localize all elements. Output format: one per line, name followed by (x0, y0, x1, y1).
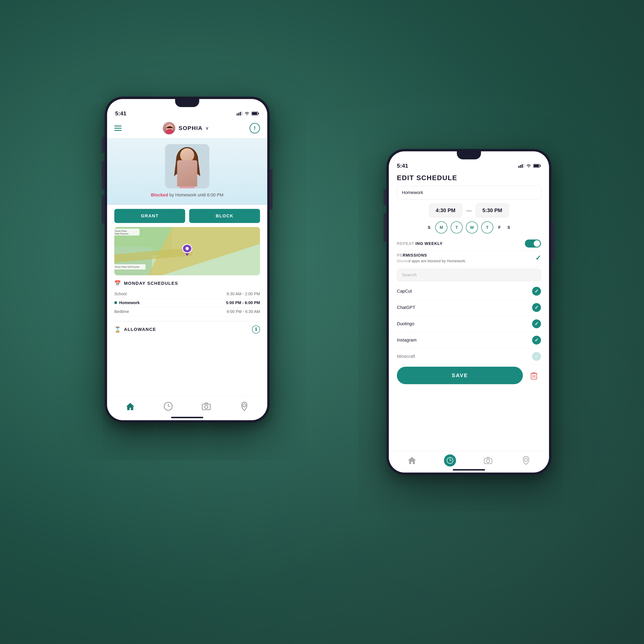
nav-location-phone2[interactable] (520, 454, 532, 466)
home-icon-phone1 (125, 401, 135, 411)
day-w[interactable]: W (466, 221, 478, 233)
avatar-svg (163, 122, 176, 135)
day-t2[interactable]: T (481, 221, 493, 233)
time-range-row: 4:30 PM — 5:30 PM (397, 203, 541, 217)
user-selector[interactable]: SOPHIA ∨ (162, 122, 208, 135)
permissions-label: PERMISSIONS (397, 253, 466, 258)
recurring-prefix: REPEAT (397, 241, 414, 246)
phone1: 5:41 (105, 97, 270, 423)
nav-home-phone1[interactable] (125, 401, 135, 411)
map-pin (182, 244, 192, 256)
start-time[interactable]: 4:30 PM (429, 203, 462, 217)
svg-point-12 (179, 154, 195, 172)
alert-button[interactable]: ! (250, 123, 260, 133)
svg-rect-35 (522, 164, 523, 168)
app-header-phone1: SOPHIA ∨ ! (107, 118, 267, 138)
nav-camera-phone2[interactable] (482, 454, 494, 466)
time-phone2: 5:41 (397, 163, 408, 169)
end-time[interactable]: 5:30 PM (476, 203, 509, 217)
day-f[interactable]: F (496, 225, 503, 230)
app-check-duolingo[interactable]: ✓ (532, 319, 541, 328)
app-row-capcut[interactable]: CapCut ✓ (389, 283, 549, 299)
block-button[interactable]: BLOCK (189, 209, 260, 223)
status-icons-phone2 (518, 164, 541, 168)
app-check-instagram[interactable]: ✓ (532, 336, 541, 345)
svg-point-49 (524, 458, 528, 461)
app-check-chatgpt[interactable]: ✓ (532, 303, 541, 312)
blocked-status: Blocked by Homework until 6:00 PM (151, 192, 224, 198)
profile-photo-inner (165, 144, 209, 188)
svg-rect-13 (179, 175, 195, 188)
svg-rect-33 (518, 166, 519, 168)
schedule-row-school: School 8:30 AM - 2:00 PM (114, 290, 260, 298)
app-row-chatgpt[interactable]: ChatGPT ✓ (389, 299, 549, 316)
app-name-minecraft: Minecraft (397, 354, 415, 359)
app-name-capcut: CapCut (397, 289, 412, 294)
map-view[interactable]: Torrey Pines State Reserve Torrey Pines … (114, 227, 260, 275)
home-bar-phone2 (453, 469, 485, 471)
wifi-icon-phone2 (526, 164, 531, 168)
profile-photo-svg (165, 144, 209, 188)
nav-clock-phone1[interactable] (163, 401, 173, 411)
app-name-chatgpt: ChatGPT (397, 305, 415, 310)
avatar-image (163, 122, 175, 134)
location-icon-phone1 (239, 401, 249, 411)
svg-rect-3 (241, 111, 242, 116)
calendar-icon: 📅 (114, 280, 121, 286)
nav-home-phone2[interactable] (406, 454, 418, 466)
bedtime-time: 9:00 PM - 6:30 AM (227, 309, 260, 314)
svg-rect-6 (258, 113, 259, 114)
app-check-capcut[interactable]: ✓ (532, 287, 541, 296)
allowance-info-button[interactable]: ℹ (252, 325, 260, 333)
nav-location-phone1[interactable] (239, 401, 249, 411)
day-m[interactable]: M (435, 221, 447, 233)
svg-rect-39 (540, 165, 541, 166)
homework-time: 5:00 PM - 6:00 PM (226, 300, 260, 305)
day-s1[interactable]: S (426, 225, 432, 230)
permissions-desc: Blocked apps are blocked by Homework. (397, 259, 466, 263)
nav-clock-phone2[interactable] (444, 454, 456, 466)
app-search-box[interactable]: Searrch (397, 269, 541, 281)
svg-rect-10 (165, 144, 209, 188)
camera-icon-phone2 (483, 456, 493, 465)
divider-permissions (397, 266, 541, 267)
blocked-description: by Homework until 6:00 PM (169, 192, 223, 197)
schedule-name-placeholder: Homework (402, 190, 423, 195)
school-label: School (114, 292, 127, 296)
app-check-minecraft[interactable]: ✓ (532, 352, 541, 361)
app-name-instagram: Instagram (397, 337, 417, 343)
app-row-duolingo[interactable]: Duolingo ✓ (389, 316, 549, 332)
svg-rect-0 (237, 114, 238, 116)
camera-icon-phone1 (201, 401, 211, 411)
map-pin-circle (182, 244, 192, 253)
trash-icon (529, 371, 538, 380)
svg-rect-30 (202, 404, 210, 410)
blocked-prefix: Blocke (397, 259, 408, 263)
delete-button[interactable] (527, 368, 541, 383)
svg-rect-2 (240, 112, 241, 116)
nav-camera-phone1[interactable] (201, 401, 211, 411)
grant-button[interactable]: GRANT (114, 209, 185, 223)
svg-point-31 (205, 405, 208, 409)
signal-icon-phone1 (237, 111, 242, 116)
recurring-toggle[interactable] (525, 239, 541, 248)
allowance-title: ⌛ ALLOWANCE (114, 326, 156, 333)
search-prefix: Sear (402, 272, 411, 277)
profile-photo (165, 144, 209, 188)
battery-icon-phone2 (533, 164, 541, 168)
app-row-minecraft[interactable]: Minecraft ✓ (389, 348, 549, 365)
day-s2[interactable]: S (506, 225, 512, 230)
recurring-label: REPEAT ING WEEKLY (397, 241, 443, 246)
schedule-name-field[interactable]: Homework (397, 186, 541, 199)
svg-point-11 (176, 147, 198, 173)
permissions-row: PERMISSIONS Blocked apps are blocked by … (389, 251, 549, 266)
allowance-icon: ⌛ (114, 326, 121, 333)
day-t1[interactable]: T (451, 221, 463, 233)
svg-rect-1 (238, 113, 239, 116)
save-button[interactable]: SAVE (397, 367, 523, 384)
bedtime-label: Bedtime (114, 309, 129, 314)
profile-section: Blocked by Homework until 6:00 PM (107, 138, 267, 205)
hamburger-menu[interactable] (114, 126, 122, 131)
svg-point-48 (486, 459, 490, 463)
app-row-instagram[interactable]: Instagram ✓ (389, 332, 549, 348)
